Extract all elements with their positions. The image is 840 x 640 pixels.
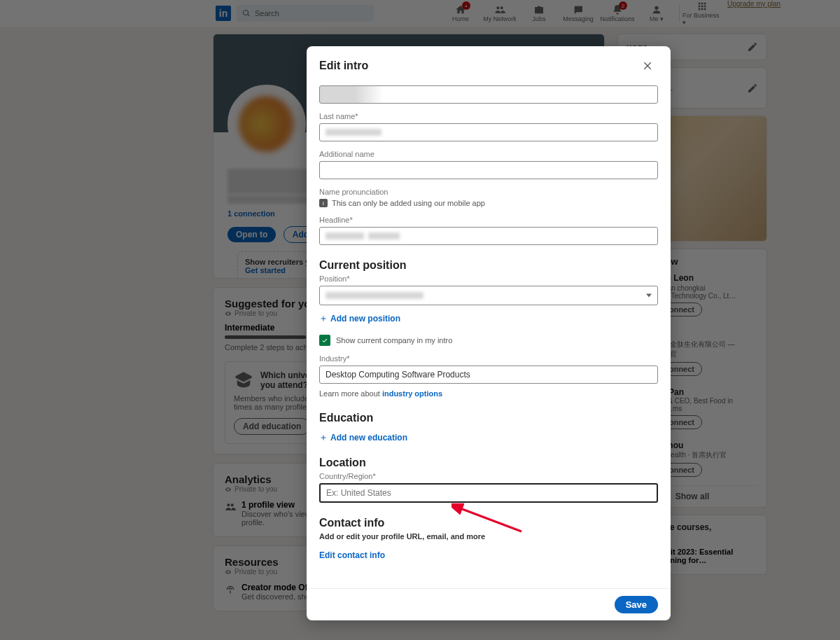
additional-name-input[interactable] <box>319 161 658 179</box>
position-label: Position* <box>319 274 658 283</box>
last-name-label: Last name* <box>319 112 658 120</box>
add-position-link[interactable]: Add new position <box>319 314 658 324</box>
close-button[interactable] <box>638 56 658 76</box>
last-name-input[interactable] <box>319 123 658 141</box>
position-select[interactable] <box>319 286 658 305</box>
pronunciation-label: Name pronunciation <box>319 188 658 196</box>
headline-label: Headline* <box>319 216 658 224</box>
edit-intro-modal: Edit intro Last name* Additional name Na… <box>307 46 671 620</box>
modal-title: Edit intro <box>319 60 368 72</box>
add-education-link[interactable]: Add new education <box>319 433 658 443</box>
headline-input[interactable] <box>319 227 658 245</box>
save-button[interactable]: Save <box>615 596 658 613</box>
additional-name-label: Additional name <box>319 150 658 158</box>
plus-icon <box>319 433 328 442</box>
show-company-label: Show current company in my intro <box>336 336 452 345</box>
close-icon <box>643 60 654 71</box>
education-heading: Education <box>319 412 658 424</box>
contact-info-heading: Contact info <box>319 517 658 529</box>
location-heading: Location <box>319 457 658 469</box>
current-position-heading: Current position <box>319 259 658 272</box>
info-icon: i <box>319 199 328 207</box>
industry-options-link[interactable]: industry options <box>382 389 442 398</box>
country-input[interactable] <box>319 483 658 503</box>
show-company-checkbox[interactable] <box>319 335 330 346</box>
industry-input[interactable] <box>319 366 658 384</box>
industry-label: Industry* <box>319 354 658 363</box>
plus-icon <box>319 314 328 323</box>
first-name-input[interactable] <box>319 85 658 104</box>
edit-contact-link[interactable]: Edit contact info <box>319 550 658 560</box>
contact-info-sub: Add or edit your profile URL, email, and… <box>319 532 658 541</box>
pronunciation-note: i This can only be added using our mobil… <box>319 199 658 207</box>
check-icon <box>321 337 328 344</box>
industry-learn-more: Learn more about industry options <box>319 389 658 398</box>
country-label: Country/Region* <box>319 472 658 480</box>
